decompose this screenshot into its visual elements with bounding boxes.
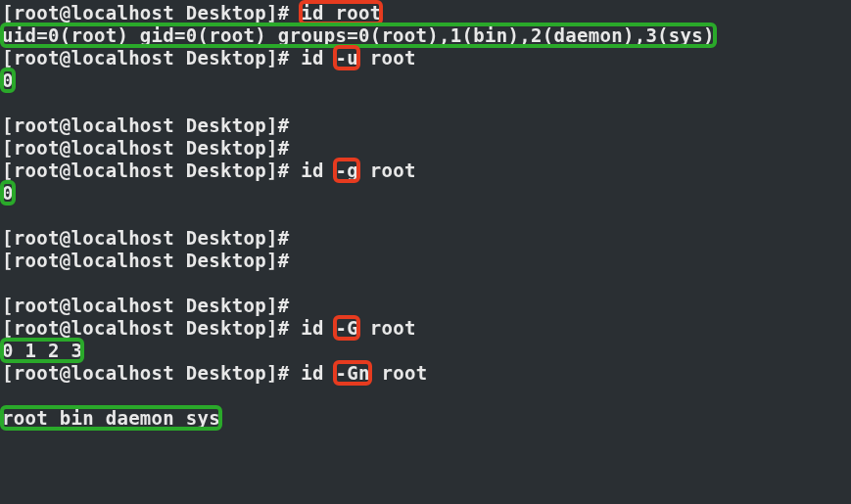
- cmd-line-id-Gn: [root@localhost Desktop]# id -Gn root: [2, 362, 851, 385]
- prompt: [root@localhost Desktop]#: [2, 47, 289, 69]
- output-line-names: root bin daemon sys: [2, 407, 851, 430]
- cmd-id-root: id root: [301, 2, 381, 23]
- output-line-full: uid=0(root) gid=0(root) groups=0(root),1…: [2, 24, 851, 47]
- output-uid: 0: [2, 69, 14, 91]
- prompt: [root@localhost Desktop]#: [2, 227, 289, 249]
- arg-root: root: [370, 47, 416, 69]
- empty-prompt: [root@localhost Desktop]#: [2, 115, 851, 137]
- empty-prompt: [root@localhost Desktop]#: [2, 227, 851, 250]
- flag-G: -G: [335, 317, 357, 339]
- arg-root: root: [370, 317, 416, 339]
- prompt: [root@localhost Desktop]#: [2, 362, 289, 384]
- prompt: [root@localhost Desktop]#: [2, 295, 289, 316]
- empty-prompt: [root@localhost Desktop]#: [2, 137, 851, 160]
- prompt: [root@localhost Desktop]#: [2, 160, 289, 181]
- cmd-line-id-G: [root@localhost Desktop]# id -G root: [2, 317, 851, 340]
- flag-u: -u: [335, 47, 357, 69]
- cmd-line-id-u: [root@localhost Desktop]# id -u root: [2, 47, 851, 69]
- arg-root: root: [370, 160, 416, 181]
- prompt: [root@localhost Desktop]#: [2, 250, 289, 271]
- cmd-line-id-g: [root@localhost Desktop]# id -g root: [2, 160, 851, 182]
- prompt: [root@localhost Desktop]#: [2, 2, 289, 23]
- cmd-line-id-root: [root@localhost Desktop]# id root: [2, 2, 851, 24]
- prompt: [root@localhost Desktop]#: [2, 115, 289, 136]
- cmd-id: id: [301, 160, 323, 181]
- output-full: uid=0(root) gid=0(root) groups=0(root),1…: [2, 24, 715, 46]
- output-names: root bin daemon sys: [2, 407, 220, 429]
- output-line-gid: 0: [2, 182, 851, 205]
- prompt: [root@localhost Desktop]#: [2, 317, 289, 339]
- terminal[interactable]: [root@localhost Desktop]# id root uid=0(…: [0, 0, 851, 430]
- empty-prompt: [root@localhost Desktop]#: [2, 250, 851, 272]
- arg-root: root: [381, 362, 427, 384]
- empty-prompt: [root@localhost Desktop]#: [2, 295, 851, 317]
- flag-g: -g: [335, 160, 357, 181]
- output-line-gids: 0 1 2 3: [2, 340, 851, 362]
- prompt: [root@localhost Desktop]#: [2, 137, 289, 159]
- cmd-id: id: [301, 317, 323, 339]
- cmd-id: id: [301, 47, 323, 69]
- flag-Gn: -Gn: [335, 362, 369, 384]
- output-gids: 0 1 2 3: [2, 340, 82, 361]
- output-gid: 0: [2, 182, 14, 204]
- cmd-id: id: [301, 362, 323, 384]
- output-line-uid: 0: [2, 69, 851, 92]
